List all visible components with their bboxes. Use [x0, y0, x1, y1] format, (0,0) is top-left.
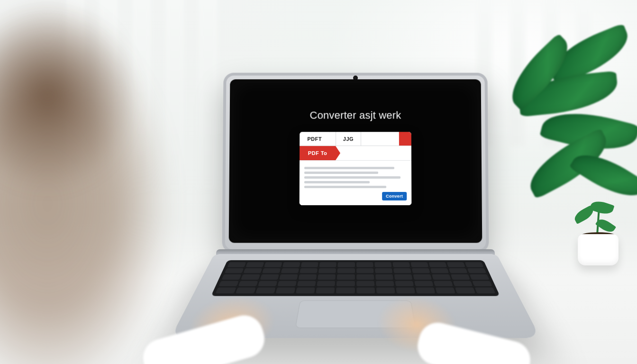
laptop-screen: Converter asjt werk PDFT JJG: [233, 83, 478, 239]
plant-small: [570, 209, 627, 265]
placeholder-line: [304, 172, 378, 174]
mode-chip[interactable]: PDF To: [300, 146, 336, 160]
placeholder-line: [304, 186, 386, 188]
convert-button-label: Convert: [386, 194, 403, 199]
person-hair: [0, 0, 171, 228]
converter-app: Converter asjt werk PDFT JJG: [233, 83, 478, 205]
mode-row: PDF To: [300, 146, 411, 160]
app-title: Converter asjt werk: [310, 109, 401, 122]
target-format-chip[interactable]: JJG: [336, 132, 361, 146]
source-format-chip[interactable]: PDFT: [300, 132, 330, 146]
source-format-label: PDFT: [307, 136, 322, 142]
options-panel: Convert: [300, 160, 412, 205]
laptop-lid: Converter asjt werk PDFT JJG: [222, 73, 489, 253]
photo-scene: Converter asjt werk PDFT JJG: [0, 0, 637, 364]
target-format-label: JJG: [343, 136, 354, 142]
format-row: PDFT JJG: [300, 132, 411, 146]
convert-button[interactable]: Convert: [382, 192, 407, 200]
placeholder-line: [304, 181, 370, 183]
placeholder-line: [304, 176, 400, 179]
accent-stripe: [399, 132, 411, 146]
converter-card: PDFT JJG PDF To: [300, 132, 412, 205]
placeholder-line: [304, 167, 394, 169]
mode-label: PDF To: [308, 150, 328, 156]
